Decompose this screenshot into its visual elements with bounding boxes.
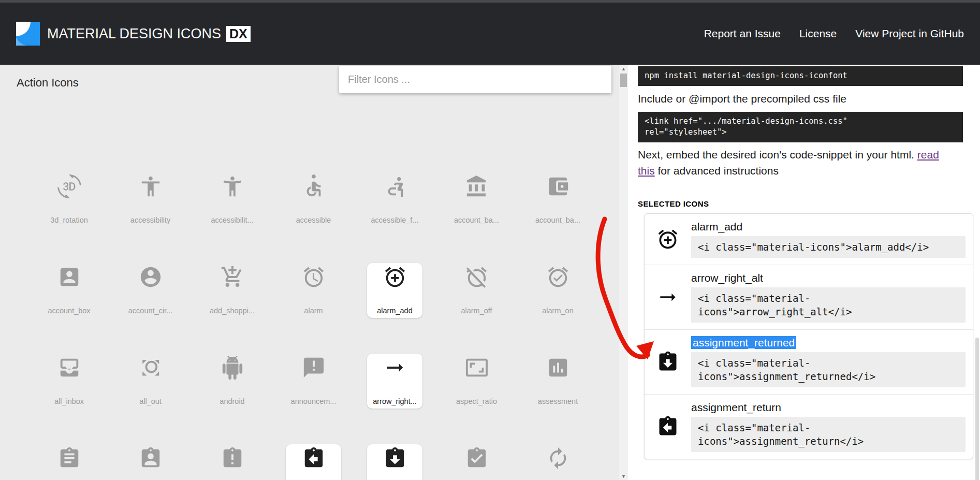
navbar: MATERIAL DESIGN ICONS DX Report an Issue… [0, 0, 980, 65]
icon-cell-assignment_late[interactable]: assignment... [192, 432, 273, 480]
icon-label: alarm_add [354, 303, 435, 318]
icon-cell-alarm_off[interactable]: alarm_off [436, 251, 517, 329]
arrow_right_alt-icon [383, 356, 407, 380]
icon-wrap [436, 161, 517, 212]
code-snippet: <i class="material-icons">alarm_add</i> [691, 236, 966, 258]
icon-label: all_out [110, 394, 191, 409]
icon-cell-assessment[interactable]: assessment [517, 342, 598, 419]
icon-cell-assignment_returned[interactable]: assignment... [354, 432, 435, 480]
main-scrollbar[interactable]: ▲ ▼ [619, 65, 628, 480]
app-title: MATERIAL DESIGN ICONS [47, 26, 221, 42]
assignment_ind-icon [139, 446, 163, 470]
icon-cell-accessible_forward[interactable]: accessible_f... [354, 161, 435, 238]
icon-cell-aspect_ratio[interactable]: aspect_ratio [436, 342, 517, 419]
icon-label: accessible_f... [354, 212, 435, 228]
accessible_forward-icon [383, 174, 407, 198]
icon-cell-assignment_ind[interactable]: assignment... [110, 432, 191, 480]
icon-cell-accessibility[interactable]: accessibility [110, 161, 191, 238]
scrollbar-down-arrow-icon[interactable]: ▼ [619, 472, 628, 480]
icon-label: alarm_off [436, 303, 517, 318]
icon-wrap [436, 251, 517, 303]
icon-label: arrow_right... [354, 394, 435, 409]
icon-wrap [436, 432, 517, 480]
icon-cell-all_out[interactable]: all_out [110, 342, 191, 419]
scrollbar-thumb[interactable] [620, 74, 627, 87]
selected-item-icon-wrap [645, 228, 691, 251]
icon-cell-3d_rotation[interactable]: 3d_rotation [28, 161, 110, 238]
selected-item-title: arrow_right_alt [691, 272, 966, 284]
icon-cell-add_shopping_cart[interactable]: add_shoppi... [192, 251, 273, 329]
npm-install-code: npm install material-design-icons-iconfo… [638, 66, 963, 86]
icon-cell-account_balance[interactable]: account_ba... [436, 161, 517, 238]
nav-link-report-an-issue[interactable]: Report an Issue [704, 27, 781, 40]
icon-label: add_shoppi... [192, 303, 273, 318]
icon-cell-accessible[interactable]: accessible [273, 161, 354, 238]
icon-label: accessibilit... [192, 212, 273, 228]
icon-wrap [517, 251, 598, 303]
icon-wrap [192, 161, 273, 212]
assignment_late-icon [221, 446, 244, 470]
panel-scrollbar-thumb[interactable] [975, 338, 979, 480]
accessibility-icon [139, 174, 163, 198]
icon-cell-autorenew[interactable]: autorenew [517, 432, 598, 480]
icon-wrap [28, 161, 110, 212]
icon-wrap [354, 432, 435, 480]
icon-cell-announcement[interactable]: announcem... [273, 342, 354, 419]
all_out-icon [139, 356, 163, 380]
account_balance-icon [465, 174, 489, 198]
icon-wrap [354, 342, 435, 394]
selected-item-assignment_return[interactable]: assignment_return<i class="material- ico… [645, 394, 973, 459]
icon-wrap [273, 251, 354, 303]
icon-grid: 3d_rotationaccessibilityaccessibilit...a… [0, 65, 619, 480]
selected-item-alarm_add[interactable]: alarm_add<i class="material-icons">alarm… [645, 214, 973, 265]
icon-cell-assignment_return[interactable]: assignment... [273, 432, 354, 480]
account_balance_wallet-icon [546, 174, 570, 198]
embed-instructions: Next, embed the desired icon's code-snip… [638, 147, 941, 179]
arrow_right_alt-icon [656, 286, 679, 309]
autorenew-icon [546, 446, 570, 470]
icon-wrap [517, 161, 598, 212]
icon-label: android [192, 394, 273, 409]
icon-wrap [110, 161, 191, 212]
assignment_returned-icon [656, 351, 679, 373]
icon-label: aspect_ratio [436, 394, 517, 409]
selected-item-arrow_right_alt[interactable]: arrow_right_alt<i class="material- icons… [645, 265, 973, 329]
scrollbar-up-arrow-icon[interactable]: ▲ [619, 65, 628, 72]
icon-wrap [354, 251, 435, 303]
3d_rotation-icon [57, 174, 81, 198]
icon-cell-accessibility_new[interactable]: accessibilit... [192, 161, 273, 238]
icon-label: alarm_on [517, 303, 598, 318]
assignment_return-icon [656, 415, 679, 438]
icon-wrap [110, 342, 191, 394]
selected-item-body: arrow_right_alt<i class="material- icons… [691, 272, 973, 323]
icon-cell-account_box[interactable]: account_box [28, 251, 110, 329]
icon-cell-arrow_right_alt[interactable]: arrow_right... [354, 342, 435, 419]
navbar-links: Report an IssueLicenseView Project in Gi… [704, 27, 964, 40]
icon-cell-alarm_on[interactable]: alarm_on [517, 251, 598, 329]
icon-cell-all_inbox[interactable]: all_inbox [28, 342, 110, 419]
selected-item-icon-wrap [645, 286, 691, 309]
icon-cell-account_circle[interactable]: account_cir... [110, 251, 191, 329]
icon-cell-assignment_turned_in[interactable]: assignment... [436, 432, 517, 480]
selected-item-title: alarm_add [691, 221, 966, 233]
icon-cell-alarm_add[interactable]: alarm_add [354, 251, 435, 329]
accessibility_new-icon [221, 174, 244, 198]
icon-cell-alarm[interactable]: alarm [273, 251, 354, 329]
filter-input[interactable] [339, 66, 611, 93]
icon-cell-account_balance_wallet[interactable]: account_ba... [517, 161, 598, 238]
icon-label: accessibility [110, 212, 191, 228]
nav-link-license[interactable]: License [799, 27, 837, 40]
alarm_on-icon [546, 265, 570, 289]
icon-label: accessible [273, 212, 354, 228]
alarm_add-icon [656, 228, 679, 251]
selected-item-assignment_returned[interactable]: assignment_returned<i class="material- i… [645, 329, 973, 394]
icon-cell-assignment[interactable]: assignment [28, 432, 110, 480]
selected-item-icon-wrap [645, 415, 691, 438]
icon-cell-android[interactable]: android [192, 342, 273, 419]
assignment_returned-icon [383, 446, 407, 470]
filter-box [339, 66, 611, 93]
code-snippet: <i class="material- icons">assignment_re… [691, 417, 966, 452]
nav-link-view-project-in-github[interactable]: View Project in GitHub [855, 27, 964, 40]
aspect_ratio-icon [465, 356, 489, 380]
alarm_off-icon [465, 265, 489, 289]
